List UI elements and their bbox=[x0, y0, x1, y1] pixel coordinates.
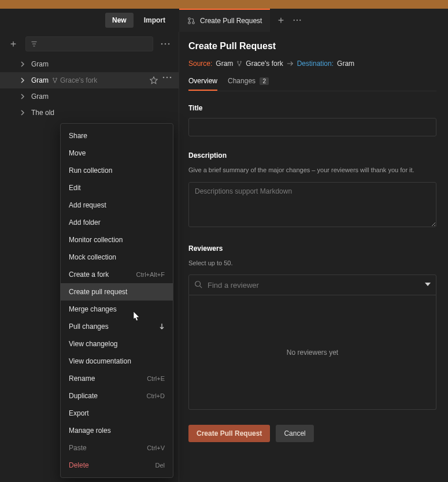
context-menu-item[interactable]: Add folder bbox=[61, 214, 173, 231]
tab-create-pull-request[interactable]: Create Pull Request bbox=[179, 9, 270, 32]
down-arrow-icon bbox=[159, 323, 165, 330]
context-menu-item[interactable]: Move bbox=[61, 144, 173, 162]
reviewers-empty-text: No reviewers yet bbox=[287, 348, 338, 357]
view-tabs: Overview Changes 2 bbox=[188, 77, 436, 91]
context-menu-item-label: Move bbox=[69, 149, 86, 157]
arrow-right-icon bbox=[287, 60, 294, 67]
context-menu-item-label: Add request bbox=[69, 201, 106, 209]
context-menu-item[interactable]: RenameCtrl+E bbox=[61, 370, 173, 387]
context-menu-shortcut: Ctrl+Alt+F bbox=[136, 271, 165, 278]
tab-changes-label: Changes bbox=[228, 77, 256, 85]
title-label: Title bbox=[188, 104, 436, 112]
svg-point-15 bbox=[238, 61, 239, 62]
svg-point-11 bbox=[54, 81, 55, 83]
context-menu-item[interactable]: Run collection bbox=[61, 162, 173, 179]
tab-more-icon[interactable] bbox=[293, 16, 301, 24]
svg-point-13 bbox=[166, 77, 168, 79]
tree-item[interactable]: Gram bbox=[0, 88, 179, 105]
chevron-right-icon bbox=[20, 61, 25, 67]
svg-point-9 bbox=[53, 78, 54, 79]
title-input[interactable] bbox=[188, 118, 436, 136]
tree-item[interactable]: Gram Grace's fork bbox=[0, 72, 179, 88]
cancel-button[interactable]: Cancel bbox=[276, 425, 313, 442]
tree-item[interactable]: The old bbox=[0, 105, 179, 121]
context-menu-item[interactable]: Merge changes bbox=[61, 301, 173, 318]
context-menu-item[interactable]: Export bbox=[61, 405, 173, 422]
context-menu-item[interactable]: Monitor collection bbox=[61, 231, 173, 249]
context-menu-item-label: Create pull request bbox=[69, 288, 127, 296]
description-help-text: Give a brief summary of the major change… bbox=[188, 165, 436, 175]
add-tab-icon[interactable] bbox=[277, 16, 285, 24]
svg-point-10 bbox=[56, 78, 57, 79]
context-menu-item-label: Share bbox=[69, 132, 87, 140]
star-icon[interactable] bbox=[150, 76, 158, 84]
context-menu-item-label: Mock collection bbox=[69, 253, 116, 261]
tab-row-left: New Import bbox=[0, 13, 179, 28]
context-menu-item[interactable]: DuplicateCtrl+D bbox=[61, 387, 173, 405]
create-pull-request-button[interactable]: Create Pull Request bbox=[188, 425, 270, 442]
tree-item-more-icon[interactable] bbox=[162, 76, 172, 84]
context-menu-item-label: Edit bbox=[69, 184, 81, 192]
chevron-right-icon bbox=[20, 77, 25, 83]
page-title: Create Pull Request bbox=[188, 41, 436, 51]
context-menu-item-label: Duplicate bbox=[69, 392, 98, 400]
tree-item-label: The old bbox=[31, 109, 54, 117]
context-menu-item[interactable]: Manage roles bbox=[61, 422, 173, 439]
context-menu-shortcut: Ctrl+V bbox=[147, 444, 165, 451]
collection-tree: Gram Gram Grace's fork Gram The old bbox=[0, 56, 179, 121]
sidebar-add-icon[interactable] bbox=[7, 38, 20, 50]
pull-request-icon bbox=[187, 17, 195, 25]
new-button[interactable]: New bbox=[105, 13, 134, 28]
context-menu-item[interactable]: DeleteDel bbox=[61, 457, 173, 474]
import-button[interactable]: Import bbox=[138, 13, 171, 28]
svg-point-2 bbox=[192, 22, 195, 24]
svg-point-5 bbox=[300, 20, 301, 21]
reviewers-help-text: Select up to 50. bbox=[188, 258, 436, 268]
reviewer-search-input[interactable] bbox=[188, 275, 436, 295]
tab-row: New Import Create Pull Request bbox=[0, 9, 448, 32]
tab-overview[interactable]: Overview bbox=[188, 77, 217, 91]
context-menu-item[interactable]: Add request bbox=[61, 196, 173, 214]
cursor-pointer-icon bbox=[131, 310, 141, 323]
context-menu-shortcut: Ctrl+D bbox=[147, 392, 165, 399]
destination-value: Gram bbox=[337, 60, 354, 68]
destination-label: Destination: bbox=[297, 60, 334, 68]
context-menu-item[interactable]: Pull changes bbox=[61, 318, 173, 335]
context-menu-item-label: Paste bbox=[69, 444, 87, 452]
tree-item[interactable]: Gram bbox=[0, 56, 179, 72]
chevron-right-icon bbox=[20, 110, 25, 116]
reviewers-list: No reviewers yet bbox=[188, 295, 436, 410]
context-menu-item[interactable]: Mock collection bbox=[61, 249, 173, 266]
context-menu-item-label: Add folder bbox=[69, 218, 101, 227]
caret-down-icon[interactable] bbox=[425, 283, 431, 286]
fork-icon bbox=[52, 77, 58, 83]
svg-point-17 bbox=[239, 65, 240, 66]
sidebar-more-icon[interactable] bbox=[159, 38, 172, 50]
sidebar-filter-input[interactable] bbox=[25, 36, 153, 51]
context-menu-item-label: Pull changes bbox=[69, 322, 109, 331]
svg-point-4 bbox=[297, 20, 298, 21]
context-menu-item[interactable]: View documentation bbox=[61, 353, 173, 370]
context-menu-item[interactable]: PasteCtrl+V bbox=[61, 439, 173, 457]
svg-point-8 bbox=[168, 43, 170, 45]
svg-point-6 bbox=[161, 43, 163, 45]
svg-point-7 bbox=[165, 43, 166, 45]
context-menu-item-label: Merge changes bbox=[69, 305, 117, 313]
context-menu-item[interactable]: Create a forkCtrl+Alt+F bbox=[61, 266, 173, 283]
source-label: Source: bbox=[188, 60, 212, 68]
search-icon bbox=[194, 280, 202, 288]
context-menu-item[interactable]: Create pull request bbox=[61, 283, 173, 301]
context-menu-item[interactable]: Edit bbox=[61, 179, 173, 196]
description-label: Description bbox=[188, 151, 436, 160]
tree-item-label: Gram bbox=[31, 92, 49, 101]
context-menu-item[interactable]: View changelog bbox=[61, 335, 173, 353]
tab-changes[interactable]: Changes 2 bbox=[228, 77, 269, 91]
context-menu-item[interactable]: Share bbox=[61, 127, 173, 144]
description-input[interactable] bbox=[188, 182, 436, 227]
context-menu-item-label: View documentation bbox=[69, 357, 131, 365]
chevron-right-icon bbox=[20, 94, 25, 99]
context-menu-item-label: Run collection bbox=[69, 166, 112, 175]
source-destination-bar: Source: Gram Grace's fork Destination: G… bbox=[188, 60, 436, 68]
sidebar: Gram Gram Grace's fork Gram The old bbox=[0, 32, 179, 482]
reviewers-section: Reviewers Select up to 50. No reviewers … bbox=[188, 244, 436, 410]
